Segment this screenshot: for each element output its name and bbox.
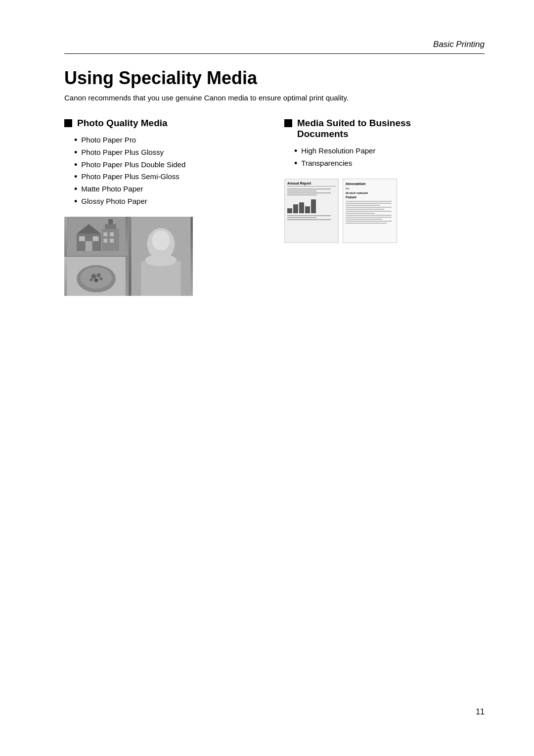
- svg-point-20: [81, 267, 112, 288]
- svg-point-17: [145, 254, 177, 266]
- doc-line: [287, 194, 316, 195]
- doc-collage-section: Annual Report: [284, 179, 403, 248]
- doc-card-lines: [287, 189, 336, 195]
- business-media-list: High Resolution Paper Transparencies: [284, 146, 485, 169]
- svg-rect-11: [103, 238, 107, 242]
- house-photo: [64, 217, 128, 256]
- svg-rect-5: [93, 236, 99, 241]
- innovation-title: Innovation: [346, 182, 394, 186]
- list-item-text: Photo Paper Plus Double Sided: [81, 160, 185, 169]
- inner-line: [346, 201, 392, 202]
- annual-report-card: Annual Report: [284, 179, 339, 243]
- page-number: 11: [476, 708, 485, 716]
- svg-rect-7: [105, 224, 116, 229]
- inner-line: [346, 213, 375, 214]
- right-heading-text: Media Suited to Business Documents: [297, 118, 411, 140]
- svg-point-21: [91, 274, 96, 279]
- svg-rect-12: [110, 238, 114, 242]
- svg-point-25: [99, 277, 102, 280]
- inner-line: [346, 211, 392, 212]
- doc-more-lines: [287, 215, 336, 220]
- list-item: Photo Paper Plus Double Sided: [74, 160, 265, 170]
- list-item-text: Glossy Photo Paper: [81, 197, 147, 205]
- list-item: Transparencies: [294, 159, 485, 169]
- svg-point-24: [90, 278, 93, 281]
- left-column: Photo Quality Media Photo Paper Pro Phot…: [64, 118, 265, 296]
- doc-line: [287, 217, 316, 218]
- header-section: Basic Printing: [64, 40, 485, 54]
- list-item-text: Photo Paper Plus Semi-Gloss: [81, 172, 179, 181]
- list-item: Photo Paper Plus Semi-Gloss: [74, 172, 265, 182]
- svg-point-23: [94, 278, 98, 282]
- header-title: Basic Printing: [433, 40, 485, 49]
- list-item-text: Photo Paper Pro: [81, 136, 136, 144]
- bar-1: [287, 208, 292, 213]
- doc-bar-chart: [287, 198, 336, 213]
- list-item-text: Matte Photo Paper: [81, 185, 143, 193]
- list-item: Photo Paper Pro: [74, 136, 265, 145]
- food-photo: [64, 257, 128, 296]
- page-title: Using Speciality Media: [64, 68, 485, 89]
- svg-point-15: [152, 231, 170, 250]
- portrait-photo: [129, 217, 193, 296]
- doc-line: [287, 215, 331, 216]
- innovation-card: Innovation For Hi-tech network Future: [343, 179, 397, 243]
- doc-line: [287, 190, 316, 191]
- list-item: High Resolution Paper: [294, 146, 485, 156]
- inner-line: [346, 209, 384, 210]
- inner-line: [346, 207, 392, 208]
- list-item: Glossy Photo Paper: [74, 197, 265, 207]
- list-item: Matte Photo Paper: [74, 185, 265, 194]
- doc-line: [287, 189, 331, 189]
- list-item-text: High Resolution Paper: [301, 146, 375, 155]
- svg-point-22: [96, 273, 100, 277]
- bar-2: [293, 204, 298, 213]
- inner-line: [346, 219, 382, 220]
- list-item-text: Photo Paper Plus Glossy: [81, 148, 164, 156]
- right-heading-line1: Media Suited to Business: [297, 118, 411, 129]
- svg-rect-9: [103, 232, 107, 236]
- inner-line: [346, 203, 392, 204]
- list-item: Photo Paper Plus Glossy: [74, 148, 265, 158]
- photo-grid: [64, 217, 193, 296]
- svg-rect-10: [110, 232, 114, 236]
- svg-rect-16: [141, 261, 181, 296]
- inner-line: [346, 221, 392, 222]
- square-bullet-icon: [64, 119, 72, 127]
- list-item-text: Transparencies: [301, 159, 352, 167]
- left-section-heading: Photo Quality Media: [64, 118, 265, 129]
- svg-rect-4: [79, 236, 85, 241]
- doc-line: [287, 192, 331, 193]
- page-subtitle: Canon recommends that you use genuine Ca…: [64, 94, 485, 102]
- future-label: Future: [346, 195, 394, 199]
- right-section-heading: Media Suited to Business Documents: [284, 118, 485, 140]
- svg-rect-8: [108, 219, 113, 224]
- columns-layout: Photo Quality Media Photo Paper Pro Phot…: [64, 118, 485, 296]
- bar-4: [305, 206, 310, 213]
- doc-line: [287, 219, 331, 220]
- right-heading-line2: Documents: [297, 129, 411, 140]
- bar-5: [311, 199, 316, 213]
- innovation-lines: [346, 201, 394, 224]
- hi-tech-network: Hi-tech network: [346, 191, 394, 194]
- innovation-sub: For: [346, 187, 394, 190]
- svg-rect-3: [86, 241, 92, 251]
- square-bullet-icon-2: [284, 119, 292, 127]
- inner-line: [346, 223, 387, 224]
- bar-3: [299, 202, 304, 213]
- inner-line: [346, 217, 392, 218]
- left-heading-text: Photo Quality Media: [77, 118, 168, 129]
- photo-collage-section: [64, 217, 265, 296]
- inner-line: [346, 215, 392, 216]
- right-column: Media Suited to Business Documents High …: [284, 118, 485, 296]
- page-container: Basic Printing Using Speciality Media Ca…: [0, 0, 534, 756]
- doc-card-title: Annual Report: [287, 182, 336, 187]
- photo-quality-list: Photo Paper Pro Photo Paper Plus Glossy …: [64, 136, 265, 207]
- photo-collage-image: [64, 217, 193, 296]
- inner-line: [346, 205, 380, 206]
